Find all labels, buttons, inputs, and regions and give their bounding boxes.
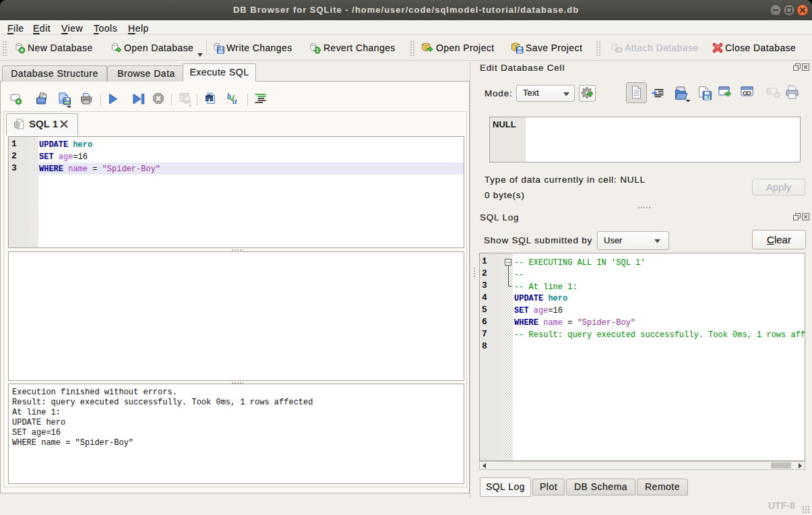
svg-text:b: b	[227, 92, 231, 101]
